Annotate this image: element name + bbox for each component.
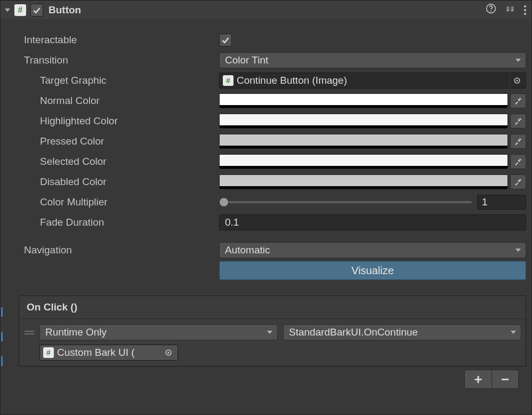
script-icon: # bbox=[223, 75, 233, 86]
selected-color-field[interactable] bbox=[219, 154, 508, 169]
eyedropper-icon[interactable] bbox=[510, 93, 526, 108]
highlighted-color-field[interactable] bbox=[219, 114, 508, 129]
svg-point-3 bbox=[516, 79, 518, 81]
add-listener-button[interactable]: + bbox=[465, 370, 491, 388]
disabled-color-field[interactable] bbox=[219, 174, 508, 189]
override-indicator bbox=[1, 356, 3, 366]
enable-checkbox[interactable] bbox=[30, 4, 43, 17]
foldout-toggle[interactable] bbox=[4, 6, 11, 14]
object-picker-icon[interactable] bbox=[510, 74, 523, 87]
chevron-down-icon bbox=[515, 244, 521, 256]
transition-label: Transition bbox=[6, 54, 219, 66]
component-title: Button bbox=[49, 4, 486, 16]
interactable-checkbox[interactable] bbox=[219, 34, 232, 46]
normal-color-label: Normal Color bbox=[6, 95, 219, 107]
eyedropper-icon[interactable] bbox=[510, 174, 526, 189]
method-dropdown[interactable]: StandardBarkUI.OnContinue bbox=[283, 324, 521, 340]
normal-color-field[interactable] bbox=[219, 93, 508, 108]
target-graphic-field[interactable]: # Continue Button (Image) bbox=[219, 73, 526, 89]
method-value: StandardBarkUI.OnContinue bbox=[289, 326, 418, 338]
pressed-color-field[interactable] bbox=[219, 134, 508, 149]
event-target-value: Custom Bark UI ( bbox=[57, 347, 135, 358]
call-state-value: Runtime Only bbox=[45, 326, 107, 338]
chevron-down-icon bbox=[510, 326, 517, 338]
remove-listener-button[interactable]: − bbox=[491, 370, 518, 388]
target-graphic-label: Target Graphic bbox=[6, 75, 219, 86]
component-header: # Button bbox=[1, 0, 531, 19]
visualize-button[interactable]: Visualize bbox=[219, 261, 526, 280]
eyedropper-icon[interactable] bbox=[510, 114, 526, 129]
navigation-dropdown[interactable]: Automatic bbox=[219, 242, 526, 258]
fade-duration-field[interactable]: 0.1 bbox=[219, 214, 526, 230]
help-icon[interactable] bbox=[486, 3, 496, 17]
svg-point-5 bbox=[167, 352, 169, 353]
call-state-dropdown[interactable]: Runtime Only bbox=[39, 324, 278, 340]
button-component: # Button Interactable bbox=[0, 0, 532, 415]
color-multiplier-slider[interactable] bbox=[219, 201, 472, 203]
pressed-color-label: Pressed Color bbox=[6, 135, 219, 147]
disabled-color-label: Disabled Color bbox=[6, 176, 219, 188]
kebab-icon[interactable] bbox=[524, 5, 526, 15]
selected-color-label: Selected Color bbox=[6, 156, 219, 167]
component-body: Interactable Transition Color Tint Targe… bbox=[1, 19, 531, 286]
color-multiplier-value[interactable]: 1 bbox=[477, 195, 526, 210]
color-multiplier-label: Color Multiplier bbox=[6, 196, 219, 208]
override-indicator bbox=[1, 332, 3, 341]
highlighted-color-label: Highlighted Color bbox=[6, 115, 219, 127]
transition-value: Color Tint bbox=[225, 54, 268, 66]
event-footer: + − bbox=[1, 366, 531, 391]
object-picker-icon[interactable] bbox=[162, 346, 175, 360]
eyedropper-icon[interactable] bbox=[510, 134, 526, 149]
svg-point-1 bbox=[490, 11, 491, 12]
eyedropper-icon[interactable] bbox=[510, 154, 526, 169]
script-icon: # bbox=[14, 4, 26, 16]
onclick-title: On Click () bbox=[19, 296, 526, 319]
interactable-label: Interactable bbox=[6, 34, 219, 46]
onclick-event-block: On Click () Runtime Only StandardBarkUI.… bbox=[19, 296, 526, 366]
event-target-field[interactable]: # Custom Bark UI ( bbox=[39, 345, 178, 361]
chevron-down-icon bbox=[515, 54, 521, 66]
navigation-label: Navigation bbox=[6, 244, 219, 256]
script-icon: # bbox=[43, 347, 54, 358]
preset-icon[interactable] bbox=[505, 3, 515, 17]
chevron-down-icon bbox=[267, 326, 273, 338]
navigation-value: Automatic bbox=[225, 244, 270, 256]
target-graphic-value: Continue Button (Image) bbox=[237, 75, 347, 86]
fade-duration-label: Fade Duration bbox=[6, 217, 219, 228]
drag-handle-icon[interactable] bbox=[23, 331, 34, 334]
transition-dropdown[interactable]: Color Tint bbox=[219, 52, 526, 68]
override-indicator bbox=[1, 307, 3, 317]
